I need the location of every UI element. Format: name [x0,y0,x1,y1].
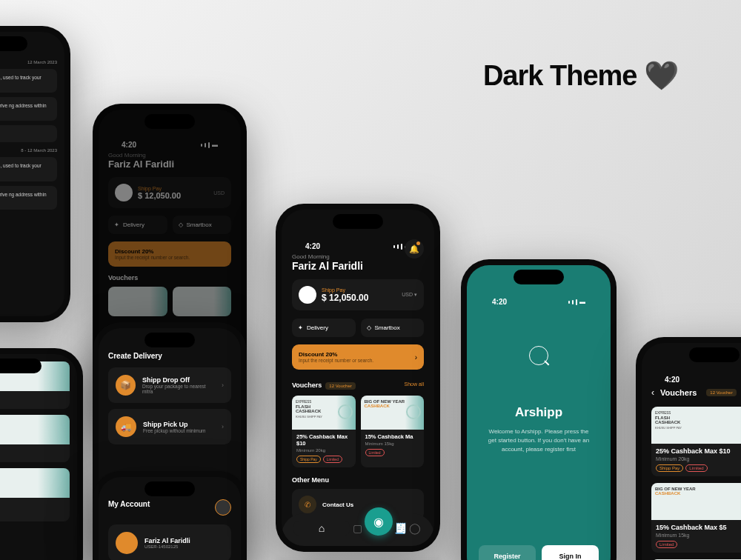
voucher-count: 12 Voucher [706,389,736,396]
show-all-link[interactable]: Show all [405,381,424,387]
nav-scan-icon[interactable]: ◉ [365,507,393,536]
profile-card[interactable]: Fariz Al FaridliUSER-14502125 [108,524,231,560]
notification-item[interactable]: number is SHP100234, used to track your … [0,69,57,93]
page-title: Dark Theme 🖤 [483,59,678,92]
signin-button[interactable]: Sign In [542,545,599,560]
greeting: Good Morning [292,253,424,260]
chevron-right-icon: › [222,423,224,430]
bell-icon[interactable]: 🔔 [405,239,424,259]
dropoff-option[interactable]: 📦 Shipp Drop OffDrop your package to nea… [108,367,231,403]
avatar [116,532,138,554]
delivery-button[interactable]: ✦ Delivery [292,319,356,337]
phone-welcome: 4:20▬ Arshipp Welcome to Arshipp. Please… [461,259,617,560]
pickup-option[interactable]: 🚚 Shipp Pick UpFree pickup without minim… [108,409,231,444]
discount-banner[interactable]: Discount 20%Input the receipt number or … [292,344,424,370]
notification-item[interactable]: at your package will arrive ng address w… [0,186,57,210]
nav-profile-icon[interactable]: ◯ [408,521,422,536]
truck-icon: 🚚 [116,416,136,437]
wallet-icon: 🛍 [299,286,316,304]
other-menu-label: Other Menu [292,476,424,484]
app-logo-icon [529,346,548,365]
user-name: Fariz Al Faridli [292,260,424,272]
date-header: 12 March 2023 [0,60,57,64]
notification-item[interactable]: at your package will arrive ng address w… [0,97,57,121]
smartbox-button[interactable]: ◇ Smartbox [361,319,425,337]
currency-selector[interactable]: USD ▾ [402,292,417,298]
voucher-card[interactable]: BIG OF NEW YEARCASHBACK 15% Cashback Max… [651,483,741,553]
notification-item[interactable]: has arrived at its [0,125,57,142]
wallet-card[interactable]: 🛍 Shipp Pay$ 12,050.00 USD ▾ [292,279,424,310]
bottom-nav: ⌂ ▢ ◉ 🧾 ◯ [282,513,434,546]
status-bar: 4:20▬ [651,368,741,387]
nav-receipt-icon[interactable]: 🧾 [393,521,408,536]
nav-home-icon[interactable]: ⌂ [293,521,350,536]
phone-voucher-cut: KHUSU SHIPP PAY $10 $5 R COD [0,348,83,560]
voucher-card[interactable]: BIG OF NEW YEARCASHBACK 15% Cashback Ma … [361,396,425,467]
voucher-card[interactable]: $5 [0,415,70,462]
voucher-card[interactable]: R COD [0,468,70,521]
voucher-card[interactable]: KHUSU SHIPP PAY $10 [0,361,70,409]
welcome-text: Welcome to Arshipp. Please press the get… [479,427,599,454]
voucher-card[interactable]: EXPRESSFLASHCASHBACKKHUSU SHIPP PAY 25% … [292,396,356,467]
voucher-count: 12 Voucher [325,382,355,390]
status-bar: 4:20▬ [479,290,599,309]
phone-home-main: 4:20▬ Good Morning Fariz Al Faridli 🔔 🛍 … [276,204,440,552]
page-title: Vouchers [660,388,697,397]
section-title: Create Delivery [108,352,231,360]
phone-icon: ✆ [299,496,316,513]
voucher-card[interactable]: EXPRESSFLASHCASHBACKKHUSU SHIPP PAY 25% … [651,407,741,476]
date-header: 8 - 12 March 2023 [0,148,57,153]
phone-notifications: Unread 12 March 2023 number is SHP100234… [0,26,70,322]
phone-vouchers: 4:20▬ ‹ Vouchers 12 Voucher ⋯ EXPRESSFLA… [636,337,741,560]
chevron-right-icon: › [222,381,224,389]
avatar-icon[interactable] [215,499,231,516]
register-button[interactable]: Register [479,545,536,560]
back-icon[interactable]: ‹ [651,387,654,398]
nav-box-icon[interactable]: ▢ [350,521,365,536]
phone-account: My Account Fariz Al FaridliUSER-14502125… [93,471,247,560]
package-icon: 📦 [116,375,136,396]
app-name: Arshipp [479,405,599,420]
notification-item[interactable]: number is SHP100234, used to track your … [0,157,57,181]
chevron-right-icon: › [415,353,417,361]
vouchers-label: Vouchers [292,381,322,389]
